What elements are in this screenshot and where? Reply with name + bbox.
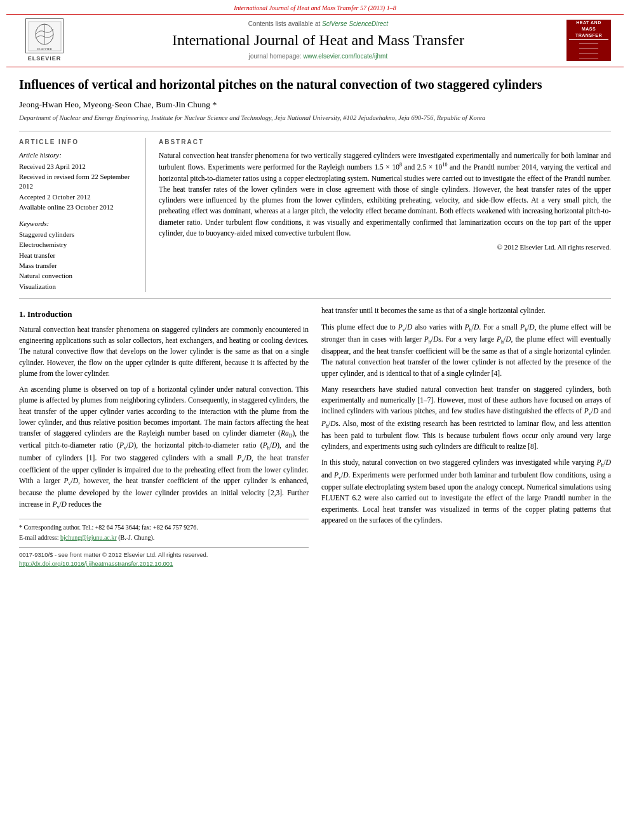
svg-text:ELSEVIER: ELSEVIER bbox=[37, 48, 52, 51]
keywords-section: Keywords: Staggered cylinders Electroche… bbox=[19, 219, 138, 292]
accepted-date: Accepted 2 October 2012 bbox=[19, 192, 138, 202]
email-link: bjchung@jejunu.ac.kr bbox=[60, 534, 117, 541]
body-left-col: 1. Introduction Natural convection heat … bbox=[19, 305, 309, 568]
page-container: International Journal of Heat and Mass T… bbox=[0, 0, 630, 575]
footnote-email: E-mail address: bjchung@jejunu.ac.kr (B.… bbox=[19, 533, 309, 542]
revised-date: Received in revised form 22 September 20… bbox=[19, 172, 138, 192]
badge-lines: ————— ————— ————— ————— bbox=[579, 41, 598, 61]
keyword-5: Natural convection bbox=[19, 271, 138, 281]
keyword-3: Heat transfer bbox=[19, 251, 138, 260]
abstract-copyright: © 2012 Elsevier Ltd. All rights reserved… bbox=[159, 243, 611, 252]
paper-title: Influences of vertical and horizontal pi… bbox=[19, 76, 611, 93]
keyword-1: Staggered cylinders bbox=[19, 230, 138, 239]
history-label: Article history: bbox=[19, 150, 138, 160]
journal-header: ELSEVIER ELSEVIER Contents lists availab… bbox=[6, 14, 624, 67]
journal-homepage: journal homepage: www.elsevier.com/locat… bbox=[76, 52, 560, 61]
journal-citation: International Journal of Heat and Mass T… bbox=[0, 0, 630, 14]
sciverse-link: Contents lists available at SciVerse Sci… bbox=[76, 20, 560, 29]
badge-title: HEAT AND MASSTRANSFER bbox=[569, 20, 608, 40]
body-right-col: heat transfer until it becomes the same … bbox=[321, 305, 611, 568]
citation-text: International Journal of Heat and Mass T… bbox=[234, 4, 396, 11]
journal-title-area: Contents lists available at SciVerse Sci… bbox=[76, 20, 560, 61]
article-history: Article history: Received 23 April 2012 … bbox=[19, 150, 138, 212]
homepage-url: www.elsevier.com/locate/ijhmt bbox=[303, 53, 387, 60]
keyword-4: Mass transfer bbox=[19, 261, 138, 270]
elsevier-logo: ELSEVIER ELSEVIER bbox=[25, 18, 64, 63]
right-para-3: Many researchers have studied natural co… bbox=[321, 384, 611, 453]
journal-badge-area: HEAT AND MASSTRANSFER ————— ————— ————— … bbox=[560, 20, 617, 61]
copyright-line: 0017-9310/$ - see front matter © 2012 El… bbox=[19, 550, 309, 559]
elsevier-emblem: ELSEVIER bbox=[25, 18, 64, 53]
available-date: Available online 23 October 2012 bbox=[19, 203, 138, 212]
author-names: Jeong-Hwan Heo, Myeong-Seon Chae, Bum-Ji… bbox=[19, 100, 217, 109]
footer-copyright: 0017-9310/$ - see front matter © 2012 El… bbox=[19, 547, 309, 569]
sciverse-brand: SciVerse ScienceDirect bbox=[322, 20, 388, 27]
svg-rect-0 bbox=[29, 22, 61, 51]
intro-section-title: 1. Introduction bbox=[19, 308, 309, 321]
right-para-1: heat transfer until it becomes the same … bbox=[321, 305, 611, 316]
footnote-corresponding: * Corresponding author. Tel.: +82 64 754… bbox=[19, 523, 309, 532]
intro-para-2: An ascending plume is observed on top of… bbox=[19, 384, 309, 511]
article-info-abstract: ARTICLE INFO Article history: Received 2… bbox=[19, 131, 611, 292]
affiliation: Department of Nuclear and Energy Enginee… bbox=[19, 114, 611, 123]
article-info-col: ARTICLE INFO Article history: Received 2… bbox=[19, 138, 146, 292]
intro-para-1: Natural convection heat transfer phenome… bbox=[19, 324, 309, 379]
keywords-label: Keywords: bbox=[19, 219, 138, 229]
keyword-2: Electrochemistry bbox=[19, 240, 138, 250]
right-para-4: In this study, natural convection on two… bbox=[321, 457, 611, 526]
content-area: Influences of vertical and horizontal pi… bbox=[0, 67, 630, 575]
abstract-col: ABSTRACT Natural convection heat transfe… bbox=[159, 138, 611, 292]
abstract-text: Natural convection heat transfer phenome… bbox=[159, 150, 611, 239]
doi-line: http://dx.doi.org/10.1016/j.ijheatmasstr… bbox=[19, 559, 309, 568]
received-date: Received 23 April 2012 bbox=[19, 162, 138, 171]
journal-title: International Journal of Heat and Mass T… bbox=[76, 31, 560, 50]
authors: Jeong-Hwan Heo, Myeong-Seon Chae, Bum-Ji… bbox=[19, 99, 611, 111]
footnote-area: * Corresponding author. Tel.: +82 64 754… bbox=[19, 519, 309, 542]
elsevier-logo-area: ELSEVIER ELSEVIER bbox=[13, 18, 76, 63]
section-divider bbox=[19, 298, 611, 299]
elsevier-text: ELSEVIER bbox=[28, 55, 62, 63]
article-info-header: ARTICLE INFO bbox=[19, 138, 138, 147]
body-columns: 1. Introduction Natural convection heat … bbox=[19, 305, 611, 568]
keyword-6: Visualization bbox=[19, 282, 138, 291]
journal-badge: HEAT AND MASSTRANSFER ————— ————— ————— … bbox=[566, 20, 611, 61]
doi-link: http://dx.doi.org/10.1016/j.ijheatmasstr… bbox=[19, 560, 173, 567]
right-para-2: This plume effect due to Pv/D also varie… bbox=[321, 322, 611, 379]
abstract-header: ABSTRACT bbox=[159, 138, 611, 147]
